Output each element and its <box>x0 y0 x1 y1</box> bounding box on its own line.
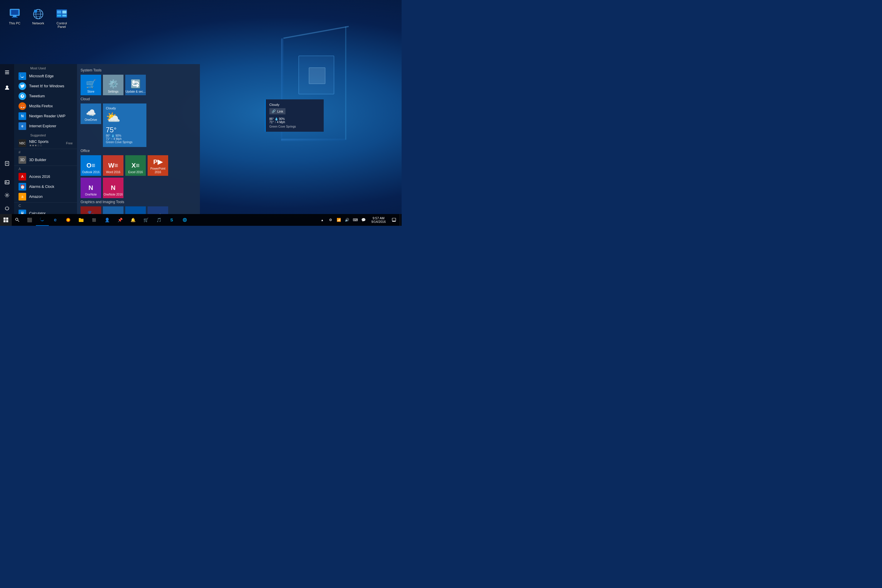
taskbar-ie[interactable]: e <box>49 214 62 226</box>
svg-rect-15 <box>34 10 37 13</box>
svg-point-21 <box>6 86 8 88</box>
start-app-alarms[interactable]: ⏰ Alarms & Clock <box>14 182 77 192</box>
tray-keyboard-icon[interactable]: ⌨ <box>351 214 359 226</box>
weather-high: 86° <box>106 134 110 137</box>
start-app-calculator[interactable]: 🖩 Calculator <box>14 208 77 214</box>
word-tile-icon: W≡ <box>108 162 118 170</box>
tile-onenote[interactable]: N OneNote <box>81 178 101 198</box>
tile-irfanview[interactable]: 🐾 IrfanView 64 4.42 <box>81 206 101 214</box>
3dbuilder-app-icon: 3D <box>18 156 26 164</box>
tile-store[interactable]: 🛒 Store <box>81 75 101 95</box>
popup-wind: 4 Mph <box>277 120 285 124</box>
onedrive-tile-label: OneDrive <box>83 118 99 122</box>
irfanview-tile-icon: 🐾 <box>87 210 94 214</box>
calculator-app-icon: 🖩 <box>18 210 26 214</box>
show-desktop-button[interactable] <box>400 214 402 226</box>
desktop-icon-area: This PC Network <box>4 6 72 30</box>
start-app-nextgen[interactable]: N Nextgen Reader UWP <box>14 111 77 121</box>
start-app-nbc[interactable]: NBC NBC Sports ★★★☆☆ Free <box>14 138 77 148</box>
tile-excel[interactable]: X≡ Excel 2016 <box>125 155 146 176</box>
popup-low: 71° <box>269 120 274 124</box>
tray-balloon-icon[interactable]: 💬 <box>359 214 368 226</box>
tray-expand-button[interactable]: ▲ <box>318 214 326 226</box>
tile-word[interactable]: W≡ Word 2016 <box>103 155 123 176</box>
tile-update[interactable]: 🔄 Update & sec... <box>125 75 146 95</box>
taskbar-store-icon[interactable]: 🛒 <box>140 214 152 226</box>
documents-icon-button[interactable] <box>1 158 14 170</box>
tile-onedrive[interactable]: ☁️ OneDrive <box>81 104 101 124</box>
start-app-tweetit[interactable]: Tweet It! for Windows <box>14 81 77 91</box>
taskbar-explorer[interactable] <box>75 214 88 226</box>
tray-settings-icon[interactable]: ⚙ <box>326 214 334 226</box>
tile-powerpoint[interactable]: P▶ PowerPoint 2016 <box>148 155 168 176</box>
svg-rect-19 <box>57 15 61 16</box>
desktop-icon-control-panel[interactable]: Control Panel <box>51 6 72 30</box>
taskbar-notif[interactable]: 🔔 <box>126 214 140 226</box>
popup-link-label: Link <box>277 110 283 113</box>
svg-rect-20 <box>62 15 66 16</box>
taskbar-clock[interactable]: 9:57 AM 9/14/2016 <box>369 214 388 226</box>
section-system-title: System Tools <box>81 68 196 72</box>
3dbuilder-app-label: 3D Builder <box>29 158 46 162</box>
powerpoint-tile-icon: P▶ <box>153 158 163 166</box>
alarms-app-label: Alarms & Clock <box>29 184 54 189</box>
section-cloud-title: Cloud <box>81 97 196 101</box>
svg-rect-25 <box>5 180 9 184</box>
start-app-edge[interactable]: Microsoft Edge <box>14 71 77 81</box>
taskbar-vpn[interactable]: 🌐 <box>178 214 191 226</box>
start-app-firefox[interactable]: 🦊 Mozilla Firefox <box>14 101 77 111</box>
popup-link-button[interactable]: 🔗 Link <box>269 108 285 114</box>
this-pc-label: This PC <box>9 21 20 25</box>
taskbar-contacts[interactable]: 👤 <box>100 214 114 226</box>
start-app-amazon[interactable]: a Amazon <box>14 192 77 202</box>
start-app-tweetium[interactable]: Tweetium <box>14 91 77 101</box>
tile-settings[interactable]: ⚙️ Settings <box>103 75 123 95</box>
control-panel-label: Control Panel <box>53 21 70 28</box>
taskbar-firefox[interactable] <box>62 214 75 226</box>
svg-rect-28 <box>3 218 6 220</box>
start-app-access[interactable]: A Access 2016 <box>14 172 77 182</box>
hamburger-menu-button[interactable] <box>1 66 14 78</box>
taskbar-media[interactable]: 🎵 <box>152 214 165 226</box>
user-icon-button[interactable] <box>1 82 14 93</box>
taskbar-pin1[interactable]: 📌 <box>114 214 126 226</box>
onenote-tile-icon: N <box>88 184 93 192</box>
pictures-icon-button[interactable] <box>1 176 14 188</box>
tile-onenote2016[interactable]: N OneNote 2016 <box>103 178 123 198</box>
access-app-label: Access 2016 <box>29 175 50 179</box>
action-center-button[interactable] <box>388 214 400 226</box>
svg-rect-39 <box>392 221 396 222</box>
store-tile-icon: 🛒 <box>86 79 96 89</box>
taskbar-cmd[interactable]: ⬛ <box>88 214 100 226</box>
tray-volume-icon[interactable]: 🔊 <box>343 214 351 226</box>
outlook-tile-icon: O≡ <box>86 162 95 170</box>
power-icon-button[interactable] <box>1 202 14 214</box>
tile-outlook[interactable]: O≡ Outlook 2016 <box>81 155 101 176</box>
desktop-icon-network[interactable]: Network <box>28 6 48 30</box>
start-app-ie[interactable]: e Internet Explorer <box>14 121 77 131</box>
amazon-app-label: Amazon <box>29 195 43 199</box>
tweetit-app-label: Tweet It! for Windows <box>29 84 64 88</box>
start-menu: Most used Microsoft Edge <box>0 64 200 214</box>
svg-point-35 <box>67 219 69 221</box>
tile-photogallery[interactable]: 📷 Photo Gallery <box>125 206 146 214</box>
tile-moviemaker[interactable]: 🎬 Movie Maker <box>148 206 168 214</box>
ie-app-icon: e <box>18 122 26 130</box>
network-icon <box>32 8 45 20</box>
desktop-icon-this-pc[interactable]: This PC <box>4 6 25 30</box>
start-button[interactable] <box>0 214 12 226</box>
cortana-search-button[interactable] <box>12 214 23 226</box>
tile-weather[interactable]: Cloudy ⛅ 75° 86° 💧 90% 71° ↑ 4 Mph Green… <box>103 104 146 147</box>
settings-icon-button[interactable] <box>1 189 14 201</box>
start-app-3dbuilder[interactable]: 3D 3D Builder <box>14 155 77 165</box>
taskbar-edge[interactable] <box>36 214 49 226</box>
svg-rect-29 <box>6 218 8 220</box>
update-tile-icon: 🔄 <box>130 79 141 89</box>
tile-paintnet[interactable]: 🎨 paint.net <box>103 206 123 214</box>
tray-network-icon[interactable]: 📶 <box>334 214 343 226</box>
outlook-tile-label: Outlook 2016 <box>82 171 100 174</box>
svg-rect-4 <box>299 56 334 94</box>
task-view-button[interactable]: ⬛ <box>23 214 36 226</box>
link-icon: 🔗 <box>272 110 276 113</box>
taskbar-skype[interactable]: S <box>165 214 178 226</box>
